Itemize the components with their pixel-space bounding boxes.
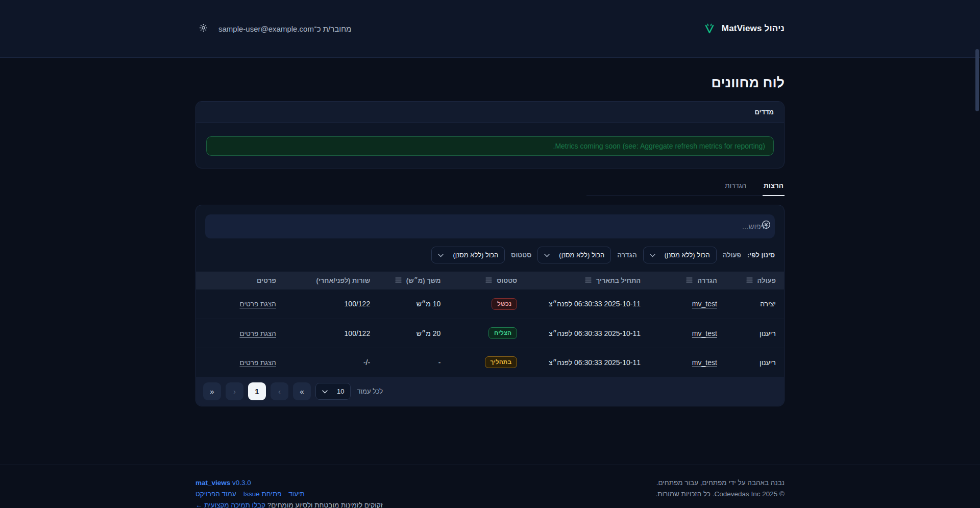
app-version-line: mat_views v0.3.0 xyxy=(195,477,383,489)
pagination: לכל עמוד 10 « ‹ 1 › » xyxy=(196,377,784,406)
filter-row: סינון לפי: פעולה הכול (ללא מסנן) הגדרה ה… xyxy=(196,243,784,272)
show-details-link[interactable]: הצגת פרטים xyxy=(240,300,276,308)
col-label: שורות (לפני/אחרי) xyxy=(316,277,371,284)
filter-definition-label: הגדרה xyxy=(617,251,636,259)
sort-icon xyxy=(395,277,402,284)
status-badge: נכשל xyxy=(492,298,517,310)
select-value: הכול (ללא מסנן) xyxy=(559,251,604,259)
footer: נבנה באהבה על ידי מפתחים, עבור מפתחים. ©… xyxy=(0,465,980,508)
cell-details: הצגת פרטים xyxy=(196,289,284,319)
definition-link[interactable]: mv_test xyxy=(692,329,717,337)
cell-duration: 20 מ״ש xyxy=(378,319,449,348)
cell-duration: 10 מ״ש xyxy=(378,289,449,319)
cell-definition: mv_test xyxy=(649,348,725,377)
settings-button[interactable] xyxy=(195,20,211,37)
status-badge: בתהליך xyxy=(485,356,518,368)
table-row: ריענון mv_test 2025-10-11 06:30:33 לפנה״… xyxy=(196,319,784,348)
metrics-coming-soon-banner: Metrics coming soon (see: Aggregate refr… xyxy=(206,136,774,156)
next-page-button[interactable]: › xyxy=(226,382,243,400)
definition-filter-select[interactable]: הכול (ללא מסנן) xyxy=(537,247,611,263)
sort-icon xyxy=(585,277,592,284)
cell-status: הצליח xyxy=(449,319,525,348)
cell-details: הצגת פרטים xyxy=(196,348,284,377)
app-name-link[interactable]: mat_views v0.3.0 xyxy=(195,479,251,487)
app-version: v0.3.0 xyxy=(232,479,251,487)
col-label: משך (מ״ש) xyxy=(406,277,441,284)
col-header-definition[interactable]: הגדרה xyxy=(649,272,725,289)
sort-icon xyxy=(746,277,753,284)
col-header-duration[interactable]: משך (מ״ש) xyxy=(378,272,449,289)
tab-runs[interactable]: הרצות xyxy=(763,182,785,196)
col-header-started-at[interactable]: התחיל בתאריך xyxy=(525,272,649,289)
cell-started-at: 2025-10-11 06:30:33 לפנה״צ xyxy=(525,289,649,319)
last-page-button[interactable]: » xyxy=(203,382,221,400)
chevron-down-icon xyxy=(322,388,328,395)
logo-icon xyxy=(703,22,716,35)
footer-links: mat_views v0.3.0 תיעוד פתיחת Issue עמוד … xyxy=(195,477,383,508)
col-header-status[interactable]: סטטוס xyxy=(449,272,525,289)
docs-link[interactable]: תיעוד xyxy=(288,490,305,498)
gear-icon xyxy=(199,23,208,34)
select-value: 10 xyxy=(337,388,344,395)
col-label: פעולה xyxy=(757,277,776,284)
tab-settings[interactable]: הגדרות xyxy=(724,182,747,196)
cell-rows: 100/122 xyxy=(284,289,378,319)
definition-link[interactable]: mv_test xyxy=(692,358,717,367)
open-issue-link[interactable]: פתיחת Issue xyxy=(243,490,281,498)
cell-details: הצגת פרטים xyxy=(196,319,284,348)
table-header-row: פעולה הגדרה התחיל בתאריך סטטוס משך (מ״ש) xyxy=(196,272,784,289)
cell-duration: - xyxy=(378,348,449,377)
cell-rows: 100/122 xyxy=(284,319,378,348)
show-details-link[interactable]: הצגת פרטים xyxy=(240,359,276,367)
filter-status-label: סטטוס xyxy=(511,251,531,259)
metrics-panel-body: Metrics coming soon (see: Aggregate refr… xyxy=(196,123,784,168)
filter-by-label: סינון לפי: xyxy=(747,251,775,259)
page-title: לוח מחוונים xyxy=(195,75,785,91)
brand-title: ניהול MatViews xyxy=(722,23,785,34)
runs-table: פעולה הגדרה התחיל בתאריך סטטוס משך (מ״ש) xyxy=(196,272,784,377)
top-header: ניהול MatViews מחובר/ת כ־sample-user@exa… xyxy=(0,0,980,58)
cell-started-at: 2025-10-11 06:30:33 לפנה״צ xyxy=(525,348,649,377)
chevron-down-icon xyxy=(438,251,444,259)
cell-status: בתהליך xyxy=(449,348,525,377)
sort-icon xyxy=(686,277,693,284)
definition-link[interactable]: mv_test xyxy=(692,300,717,308)
show-details-link[interactable]: הצגת פרטים xyxy=(240,330,276,337)
cell-started-at: 2025-10-11 06:30:33 לפנה״צ xyxy=(525,319,649,348)
brand[interactable]: ניהול MatViews xyxy=(703,22,785,35)
per-page-select[interactable]: 10 xyxy=(315,383,351,400)
footer-nav-links: תיעוד פתיחת Issue עמוד הפרויקט xyxy=(195,489,383,500)
col-label: סטטוס xyxy=(497,277,517,284)
col-header-action[interactable]: פעולה xyxy=(725,272,784,289)
cell-definition: mv_test xyxy=(649,289,725,319)
tabs: הרצות הגדרות xyxy=(586,182,785,196)
col-header-details: פרטים xyxy=(196,272,284,289)
per-page-label: לכל עמוד xyxy=(357,388,383,395)
table-row: יצירה mv_test 2025-10-11 06:30:33 לפנה״צ… xyxy=(196,289,784,319)
status-filter-select[interactable]: הכול (ללא מסנן) xyxy=(431,247,505,263)
search-input[interactable] xyxy=(205,214,775,238)
cell-status: נכשל xyxy=(449,289,525,319)
metrics-panel-title: מדדים xyxy=(196,102,784,123)
sort-icon xyxy=(485,277,492,284)
support-line: זקוקים לזמינות מובטחת ולסיוע מומחים? קבל… xyxy=(195,500,383,508)
first-page-button[interactable]: « xyxy=(293,382,311,400)
metrics-panel: מדדים Metrics coming soon (see: Aggregat… xyxy=(195,101,785,168)
col-header-rows: שורות (לפני/אחרי) xyxy=(284,272,378,289)
action-filter-select[interactable]: הכול (ללא מסנן) xyxy=(643,247,717,263)
col-label: פרטים xyxy=(257,277,276,284)
prev-page-button[interactable]: ‹ xyxy=(271,382,288,400)
professional-support-link[interactable]: קבלו תמיכה מקצועית ← xyxy=(195,501,265,508)
table-row: ריענון mv_test 2025-10-11 06:30:33 לפנה״… xyxy=(196,348,784,377)
current-page-button[interactable]: 1 xyxy=(248,382,266,400)
cell-action: ריענון xyxy=(725,348,784,377)
status-badge: הצליח xyxy=(488,327,517,339)
search-area xyxy=(196,205,784,243)
project-page-link[interactable]: עמוד הפרויקט xyxy=(195,490,236,498)
user-info: מחובר/ת כ־sample-user@example.com xyxy=(195,20,352,37)
cell-definition: mv_test xyxy=(649,319,725,348)
filter-action-label: פעולה xyxy=(723,251,741,259)
col-label: הגדרה xyxy=(697,277,717,284)
scrollbar[interactable] xyxy=(975,49,979,111)
col-label: התחיל בתאריך xyxy=(596,277,641,284)
